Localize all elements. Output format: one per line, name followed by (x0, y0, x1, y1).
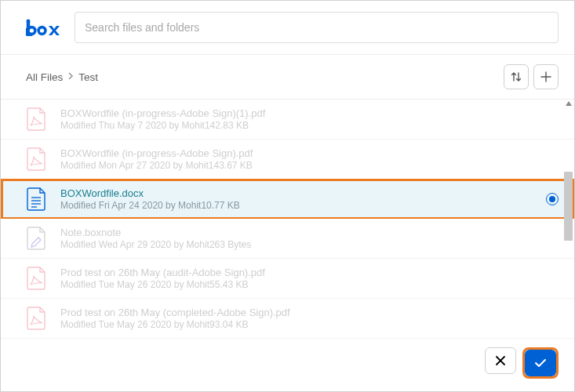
file-info: Note.boxnoteModified Wed Apr 29 2020 by … (60, 227, 559, 250)
subheader: All Files Test (1, 55, 574, 99)
pdf-file-icon (26, 107, 48, 132)
file-name: Prod test on 26th May (completed-Adobe S… (60, 307, 559, 318)
file-row[interactable]: Prod test on 26th May (audit-Adobe Sign)… (1, 259, 574, 299)
file-meta: Modified Tue May 26 2020 by Mohit55.43 K… (60, 279, 559, 290)
file-row[interactable]: BOXWordfile (in-progress-Adobe Sign).pdf… (1, 140, 574, 180)
radio-dot-icon (549, 196, 555, 202)
file-name: Prod test on 26th May (audit-Adobe Sign)… (60, 267, 559, 278)
header (1, 1, 574, 54)
file-row[interactable]: Prod test on 26th May (completed-Adobe S… (1, 299, 574, 339)
check-icon (534, 358, 547, 368)
file-info: BOXWordfile (in-progress-Adobe Sign).pdf… (60, 147, 559, 171)
subheader-actions (504, 64, 559, 89)
file-info: Prod test on 26th May (completed-Adobe S… (60, 307, 559, 330)
file-name: BOXWordfile (in-progress-Adobe Sign)(1).… (60, 107, 559, 119)
pdf-file-icon (26, 266, 48, 291)
plus-icon (540, 71, 551, 82)
file-name: BOXWordfile (in-progress-Adobe Sign).pdf (60, 147, 559, 159)
selected-radio[interactable] (546, 193, 559, 205)
file-meta: Modified Wed Apr 29 2020 by Mohit263 Byt… (60, 239, 559, 250)
scrollbar-thumb[interactable] (564, 172, 573, 241)
file-info: BOXWordfile (in-progress-Adobe Sign)(1).… (60, 107, 559, 131)
pdf-file-icon (26, 147, 48, 172)
breadcrumb-current: Test (78, 71, 98, 83)
docx-file-icon (26, 187, 48, 212)
chevron-right-icon (67, 72, 74, 82)
footer (1, 339, 574, 391)
pdf-file-icon (26, 306, 48, 331)
svg-point-4 (40, 28, 44, 32)
file-row[interactable]: BOXWordfile (in-progress-Adobe Sign)(1).… (1, 100, 574, 140)
file-meta: Modified Thu May 7 2020 by Mohit142.83 K… (60, 120, 559, 131)
sort-button[interactable] (504, 64, 529, 89)
file-meta: Modified Mon Apr 27 2020 by Mohit143.67 … (60, 160, 559, 171)
confirm-button[interactable] (525, 350, 556, 376)
file-name: BOXWordfile.docx (60, 187, 533, 199)
add-button[interactable] (533, 64, 559, 89)
file-info: Prod test on 26th May (audit-Adobe Sign)… (60, 267, 559, 290)
cancel-button[interactable] (485, 347, 516, 374)
file-info: BOXWordfile.docxModified Fri Apr 24 2020… (60, 187, 533, 211)
confirm-button-highlight (522, 347, 559, 379)
sort-icon (511, 71, 522, 82)
file-name: Note.boxnote (60, 227, 559, 238)
file-row[interactable]: Note.boxnoteModified Wed Apr 29 2020 by … (1, 219, 574, 259)
svg-point-2 (30, 28, 34, 32)
breadcrumb-root[interactable]: All Files (26, 71, 63, 83)
file-list: BOXWordfile (in-progress-Adobe Sign)(1).… (1, 99, 574, 343)
box-logo (26, 19, 64, 36)
file-meta: Modified Fri Apr 24 2020 by Mohit10.77 K… (60, 200, 533, 211)
file-row[interactable]: BOXWordfile.docxModified Fri Apr 24 2020… (1, 179, 574, 220)
close-icon (495, 355, 506, 366)
scrollbar-arrow-up-icon[interactable] (566, 101, 572, 106)
file-meta: Modified Tue May 26 2020 by Mohit93.04 K… (60, 319, 559, 330)
search-input[interactable] (75, 12, 559, 43)
breadcrumb: All Files Test (26, 71, 98, 83)
boxnote-file-icon (26, 226, 48, 251)
